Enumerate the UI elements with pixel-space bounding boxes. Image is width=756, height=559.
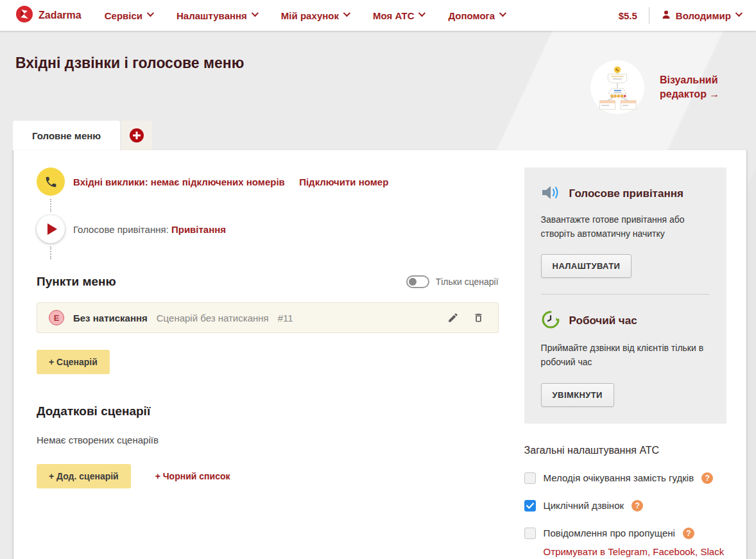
nav-my-account-label: Мій рахунок (281, 10, 339, 21)
working-hours-card-text: Приймайте дзвінки від клієнтів тільки в … (541, 341, 710, 369)
balance-amount[interactable]: $5.5 (619, 10, 637, 21)
flow-connector (50, 246, 499, 259)
edit-icon[interactable] (447, 312, 459, 323)
flow-connector (50, 199, 499, 212)
flowchart-icon (594, 64, 640, 110)
help-icon[interactable] (701, 472, 713, 484)
voice-greeting-card-title: Голосове привітання (569, 187, 683, 200)
voice-greeting-row: Голосове привітання: Привітання (37, 215, 499, 243)
add-tab-icon (130, 128, 144, 142)
incoming-calls-status: немає підключених номерів (151, 176, 285, 187)
nav-help-label: Допомога (448, 10, 495, 21)
menu-item-row: E Без натискання Сценарій без натискання… (37, 302, 499, 333)
scenarios-only-label: Тільки сценарії (436, 277, 499, 287)
tab-main-menu[interactable]: Головне меню (13, 121, 120, 150)
chevron-down-icon (499, 10, 506, 17)
header-divider (649, 7, 649, 24)
nav-services[interactable]: Сервіси (105, 10, 152, 21)
help-icon[interactable] (631, 500, 643, 512)
page-title: Вхідні дзвінки і голосове меню (15, 55, 244, 72)
voice-greeting-text: Голосове привітання: Привітання (73, 224, 226, 235)
add-scenario-button[interactable]: + Сценарій (37, 350, 110, 374)
card-divider (541, 294, 710, 295)
sidebar-card: Голосове привітання Завантажте готове пр… (524, 168, 726, 424)
messenger-link[interactable]: Отримувати в Telegram, Facebook, Slack (544, 546, 726, 557)
menu-item-name: Без натискання (73, 313, 148, 323)
play-icon[interactable] (37, 215, 65, 243)
pbx-settings-title: Загальні налаштування АТС (524, 445, 726, 456)
nav-my-account[interactable]: Мій рахунок (281, 10, 348, 21)
main-panel: Вхідні виклики: немає підключених номері… (13, 150, 747, 559)
chevron-down-icon (252, 10, 259, 17)
flowchart-thumbnail (590, 60, 644, 114)
voice-greeting-card-text: Завантажте готове привітання або створіт… (541, 213, 710, 241)
visual-editor-link[interactable]: Візуальний редактор → (590, 60, 734, 114)
chevron-down-icon (735, 10, 743, 17)
working-hours-card-title: Робочий час (569, 314, 637, 327)
hold-music-checkbox[interactable] (524, 472, 536, 484)
brand-name: Zadarma (39, 10, 82, 21)
option-hold-music: Мелодія очікування замість гудків (524, 472, 726, 484)
greeting-name-link[interactable]: Привітання (171, 224, 226, 235)
chevron-down-icon (343, 10, 350, 17)
chevron-down-icon (418, 10, 425, 17)
cyclic-call-checkbox[interactable] (524, 500, 536, 512)
tab-add[interactable] (121, 121, 152, 150)
nav-settings[interactable]: Налаштування (176, 10, 257, 21)
incoming-calls-label: Вхідні виклики: (73, 176, 148, 187)
connect-number-link[interactable]: Підключити номер (299, 176, 388, 187)
delete-icon[interactable] (473, 312, 484, 323)
main-nav: Сервіси Налаштування Мій рахунок Моя АТС… (105, 10, 505, 21)
nav-settings-label: Налаштування (176, 10, 247, 21)
working-hours-icon (541, 310, 560, 332)
help-icon[interactable] (683, 528, 694, 539)
incoming-calls-text: Вхідні виклики: немає підключених номері… (73, 176, 388, 187)
right-sidebar: Голосове привітання Завантажте готове пр… (524, 168, 726, 559)
add-extra-scenario-button[interactable]: + Дод. сценарій (37, 464, 131, 488)
user-icon (661, 10, 671, 22)
header-right: $5.5 Володимир (619, 7, 741, 24)
scenarios-only-toggle[interactable] (406, 275, 429, 288)
option-missed-notifications: Повідомлення про пропущені (524, 528, 726, 539)
incoming-calls-row: Вхідні виклики: немає підключених номері… (37, 168, 499, 196)
extra-scenarios-empty: Немає створених сценаріїв (37, 434, 499, 445)
tab-bar: Головне меню (13, 121, 152, 150)
extra-scenarios-title: Додаткові сценарії (37, 404, 499, 418)
scenarios-only-toggle-group: Тільки сценарії (406, 275, 499, 288)
option-cyclic-call: Циклічний дзвінок (524, 500, 726, 512)
enable-button[interactable]: УВІМКНУТИ (541, 383, 614, 407)
missed-notifications-label: Повідомлення про пропущені (544, 528, 675, 538)
menu-items-title: Пункти меню (37, 275, 116, 289)
nav-my-pbx-label: Моя АТС (373, 10, 414, 21)
pbx-settings-section: Загальні налаштування АТС Мелодія очікув… (524, 445, 726, 559)
zadarma-logo-icon (15, 5, 33, 26)
zadarma-logo[interactable]: Zadarma (15, 5, 82, 26)
menu-items-header: Пункти меню Тільки сценарії (37, 275, 499, 289)
greeting-label: Голосове привітання: (73, 224, 169, 235)
chevron-down-icon (147, 10, 154, 17)
blacklist-link[interactable]: + Чорний список (155, 471, 230, 481)
menu-item-desc: Сценарій без натискання (157, 313, 269, 323)
configure-button[interactable]: НАЛАШТУВАТИ (541, 254, 632, 278)
menu-item-badge: E (49, 310, 64, 325)
phone-icon (37, 168, 65, 196)
top-navbar: Zadarma Сервіси Налаштування Мій рахунок… (0, 0, 756, 31)
missed-notifications-checkbox[interactable] (524, 528, 536, 539)
nav-help[interactable]: Допомога (448, 10, 504, 21)
user-menu[interactable]: Володимир (661, 10, 741, 22)
speaker-icon (541, 184, 560, 203)
visual-editor-label: Візуальний редактор → (660, 73, 734, 101)
page-content: Вхідні дзвінки і голосове меню (0, 31, 756, 559)
hold-music-label: Мелодія очікування замість гудків (544, 472, 694, 483)
user-name: Володимир (676, 10, 731, 21)
menu-item-id: #11 (278, 313, 293, 323)
nav-my-pbx[interactable]: Моя АТС (373, 10, 424, 21)
cyclic-call-label: Циклічний дзвінок (544, 500, 624, 511)
nav-services-label: Сервіси (105, 10, 142, 21)
left-column: Вхідні виклики: немає підключених номері… (37, 168, 499, 559)
